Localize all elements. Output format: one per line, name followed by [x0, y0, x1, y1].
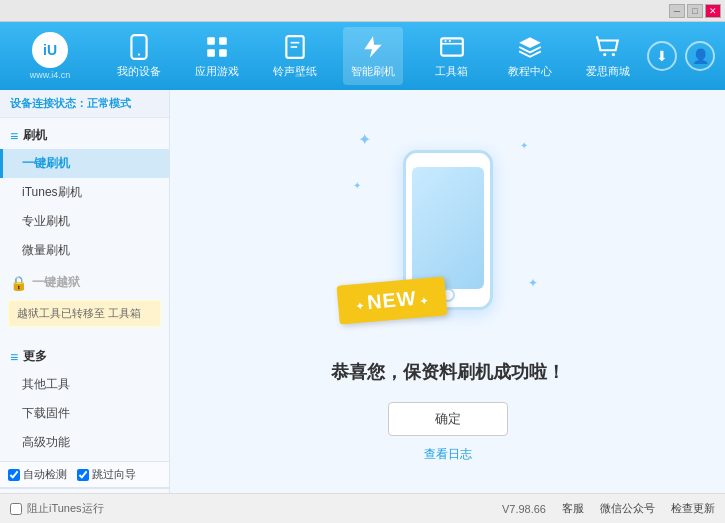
itunes-status-label: 阻止iTunes运行: [27, 501, 104, 516]
svg-rect-5: [219, 49, 227, 57]
jailbreak-label: 一键越狱: [32, 274, 80, 291]
svg-rect-4: [207, 49, 215, 57]
nav-item-ringtone[interactable]: 铃声壁纸: [265, 27, 325, 85]
nav-label-toolbox: 工具箱: [435, 64, 468, 79]
status-bar: 设备连接状态：正常模式: [0, 90, 169, 118]
phone-icon: [125, 33, 153, 61]
nav-item-tutorial[interactable]: 教程中心: [500, 27, 560, 85]
nav-label-ringtone: 铃声壁纸: [273, 64, 317, 79]
status-value: 正常模式: [87, 97, 131, 109]
new-ribbon: NEW: [336, 276, 447, 324]
support-link[interactable]: 客服: [562, 501, 584, 516]
sidebar-item-download-firmware[interactable]: 下载固件: [0, 399, 169, 428]
flash-section: ≡ 刷机 一键刷机 iTunes刷机 专业刷机 微量刷机: [0, 118, 169, 269]
more-group-label: 更多: [23, 348, 47, 365]
tools-icon: [438, 33, 466, 61]
sidebar: 设备连接状态：正常模式 ≡ 刷机 一键刷机 iTunes刷机 专业刷机 微量刷机…: [0, 90, 170, 493]
svg-rect-3: [219, 37, 227, 45]
checkbox-row: 自动检测 跳过向导: [0, 461, 169, 488]
success-message: 恭喜您，保资料刷机成功啦！: [331, 360, 565, 384]
auto-detect-checkbox[interactable]: 自动检测: [8, 467, 67, 482]
auto-detect-label: 自动检测: [23, 467, 67, 482]
title-bar: ─ □ ✕: [0, 0, 725, 22]
nav-items: 我的设备 应用游戏 铃声壁纸 智能刷机 工具箱: [100, 27, 647, 85]
bottom-bar: 阻止iTunes运行 V7.98.66 客服 微信公众号 检查更新: [0, 493, 725, 523]
phone-screen: [412, 167, 484, 289]
header-right: ⬇ 👤: [647, 41, 715, 71]
content-area: ✦ ✦ ✦ ✦ NEW 恭喜您，保资料刷机成功啦！ 确定 查看日志: [170, 90, 725, 493]
sidebar-item-other-tools[interactable]: 其他工具: [0, 370, 169, 399]
nav-item-apps-games[interactable]: 应用游戏: [187, 27, 247, 85]
svg-rect-9: [441, 38, 463, 55]
svg-rect-2: [207, 37, 215, 45]
sparkle-4: ✦: [528, 276, 538, 290]
auto-detect-input[interactable]: [8, 469, 20, 481]
skip-wizard-label: 跳过向导: [92, 467, 136, 482]
tutorial-icon: [516, 33, 544, 61]
main-area: 设备连接状态：正常模式 ≡ 刷机 一键刷机 iTunes刷机 专业刷机 微量刷机…: [0, 90, 725, 493]
nav-item-smart-flash[interactable]: 智能刷机: [343, 27, 403, 85]
sparkle-3: ✦: [353, 180, 361, 191]
minimize-button[interactable]: ─: [669, 4, 685, 18]
nav-label-store: 爱思商城: [586, 64, 630, 79]
svg-point-12: [448, 40, 450, 42]
sidebar-item-save-data-flash[interactable]: 微量刷机: [0, 236, 169, 265]
flash-group-label: 刷机: [23, 127, 47, 144]
confirm-button[interactable]: 确定: [388, 402, 508, 436]
logo-icon: iU: [32, 32, 68, 68]
bottom-right: V7.98.66 客服 微信公众号 检查更新: [502, 501, 715, 516]
version-label: V7.98.66: [502, 503, 546, 515]
svg-point-14: [612, 53, 615, 56]
flash-icon: [359, 33, 387, 61]
block-itunes-checkbox[interactable]: [10, 503, 22, 515]
nav-label-apps-games: 应用游戏: [195, 64, 239, 79]
sidebar-item-itunes-flash[interactable]: iTunes刷机: [0, 178, 169, 207]
sidebar-item-advanced[interactable]: 高级功能: [0, 428, 169, 457]
device-section: 📱 iPhone 12 mini 64GB Down-12mini-13,1: [0, 488, 169, 493]
notice-box: 越狱工具已转移至 工具箱: [8, 300, 161, 327]
logo-url: www.i4.cn: [30, 70, 71, 80]
jailbreak-header: 🔒 一键越狱: [0, 269, 169, 296]
more-group-header: ≡ 更多: [0, 343, 169, 370]
nav-item-store[interactable]: 爱思商城: [578, 27, 638, 85]
close-button[interactable]: ✕: [705, 4, 721, 18]
sparkle-2: ✦: [520, 140, 528, 151]
more-section: ≡ 更多 其他工具 下载固件 高级功能: [0, 339, 169, 461]
store-icon: [594, 33, 622, 61]
skip-wizard-checkbox[interactable]: 跳过向导: [77, 467, 136, 482]
restore-button[interactable]: □: [687, 4, 703, 18]
svg-point-1: [138, 54, 140, 56]
svg-point-13: [603, 53, 606, 56]
user-button[interactable]: 👤: [685, 41, 715, 71]
sparkle-1: ✦: [358, 130, 371, 149]
nav-label-my-device: 我的设备: [117, 64, 161, 79]
nav-item-toolbox[interactable]: 工具箱: [422, 27, 482, 85]
success-illustration: ✦ ✦ ✦ ✦ NEW: [348, 120, 548, 350]
more-group-icon: ≡: [10, 349, 18, 365]
header: iU www.i4.cn 我的设备 应用游戏 铃声壁纸: [0, 22, 725, 90]
sidebar-item-pro-flash[interactable]: 专业刷机: [0, 207, 169, 236]
apps-icon: [203, 33, 231, 61]
logo[interactable]: iU www.i4.cn: [10, 32, 90, 80]
bottom-left: 阻止iTunes运行: [10, 501, 104, 516]
skip-wizard-input[interactable]: [77, 469, 89, 481]
nav-label-tutorial: 教程中心: [508, 64, 552, 79]
nav-label-smart-flash: 智能刷机: [351, 64, 395, 79]
flash-group-icon: ≡: [10, 128, 18, 144]
check-update-link[interactable]: 检查更新: [671, 501, 715, 516]
nav-item-my-device[interactable]: 我的设备: [109, 27, 169, 85]
lock-icon: 🔒: [10, 275, 27, 291]
download-button[interactable]: ⬇: [647, 41, 677, 71]
sidebar-item-one-key-flash[interactable]: 一键刷机: [0, 149, 169, 178]
today-link[interactable]: 查看日志: [424, 446, 472, 463]
wechat-link[interactable]: 微信公众号: [600, 501, 655, 516]
ringtone-icon: [281, 33, 309, 61]
svg-point-11: [444, 40, 446, 42]
flash-group-header: ≡ 刷机: [0, 122, 169, 149]
status-label: 设备连接状态：: [10, 97, 87, 109]
